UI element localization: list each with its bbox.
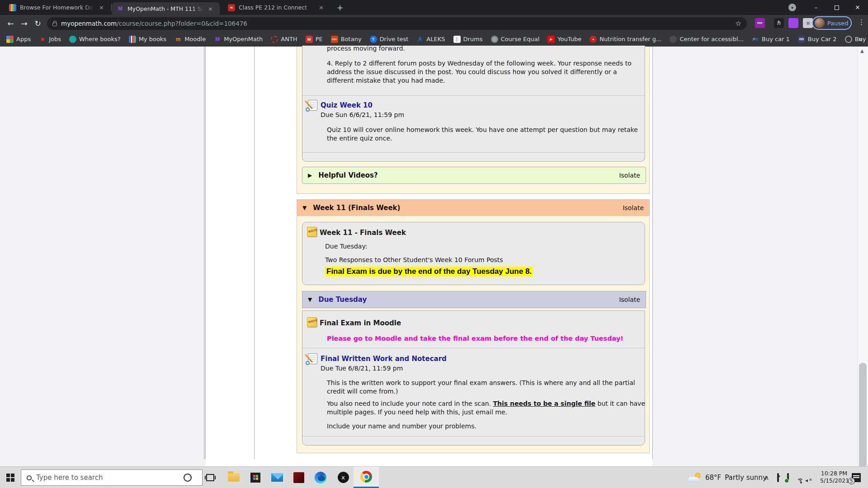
bookmark-course-equal[interactable]: Course Equal bbox=[491, 36, 540, 43]
single-file-emphasis: This needs to be a single file bbox=[493, 400, 596, 407]
expanded-arrow-icon[interactable]: ▼ bbox=[302, 205, 307, 211]
moodle-exam-message: Please go to Moodle and take the final e… bbox=[327, 335, 623, 342]
tab-search-icon[interactable]: ▾ bbox=[788, 4, 796, 11]
red-app-button[interactable] bbox=[288, 467, 309, 488]
avatar bbox=[815, 18, 825, 28]
bookmark-buy-car-2[interactable]: GDBuy Car 2 bbox=[798, 36, 837, 43]
scroll-up-icon[interactable]: ▲ bbox=[860, 48, 864, 53]
bookmarks-overflow-icon[interactable]: » bbox=[859, 32, 863, 47]
chrome-taskbar-button[interactable] bbox=[354, 467, 379, 488]
bookmark-label: ANTH bbox=[281, 36, 297, 42]
bookmark-aleks[interactable]: AALEKS bbox=[416, 36, 445, 43]
bookmark-accessibility[interactable]: Center for accessibl... bbox=[670, 36, 744, 43]
address-bar[interactable]: myopenmath.com/course/course.php?folder=… bbox=[47, 17, 747, 30]
maximize-button[interactable] bbox=[826, 0, 847, 15]
search-input[interactable] bbox=[36, 474, 181, 482]
isolate-link[interactable]: Isolate bbox=[619, 296, 640, 303]
edge-button[interactable] bbox=[310, 467, 331, 488]
h-extension-icon[interactable]: ℏ bbox=[774, 18, 784, 28]
note-icon: NOTE bbox=[307, 317, 317, 327]
bookmark-myopenmath[interactable]: MMyOpenMath bbox=[214, 36, 263, 43]
meet-now-icon[interactable] bbox=[777, 474, 779, 481]
xbox-button[interactable]: x bbox=[333, 467, 354, 488]
bookmark-label: My books bbox=[139, 36, 167, 42]
bookmark-pe[interactable]: MPE bbox=[306, 36, 323, 43]
expanded-arrow-icon[interactable]: ▼ bbox=[308, 296, 312, 303]
file-explorer-button[interactable] bbox=[223, 467, 244, 488]
new-tab-button[interactable]: + bbox=[335, 2, 345, 13]
clock[interactable]: 10:28 PM 5/15/2021 bbox=[820, 467, 848, 488]
tray-chevron-icon[interactable]: ∧ bbox=[764, 474, 769, 481]
isolate-link[interactable]: Isolate bbox=[623, 204, 644, 211]
pdf-extension-icon[interactable]: PDF bbox=[755, 18, 765, 28]
notification-badge: 5 bbox=[848, 478, 855, 484]
bookmark-youtube[interactable]: ▶YouTube bbox=[547, 36, 581, 43]
notification-center-button[interactable]: 5 bbox=[852, 467, 861, 488]
url-path: /course/course.php?folder=0&cid=106476 bbox=[117, 20, 247, 27]
red-circle-icon: ● bbox=[590, 36, 597, 43]
bookmark-where-books[interactable]: Where books? bbox=[69, 36, 121, 43]
isolate-link[interactable]: Isolate bbox=[619, 172, 640, 179]
forward-button[interactable]: → bbox=[18, 17, 30, 29]
close-window-button[interactable]: ✕ bbox=[847, 0, 868, 15]
bookmark-buy-car-3[interactable]: Buy car 3 bbox=[845, 36, 868, 43]
search-icon bbox=[27, 475, 32, 480]
final-exam-highlight: Final Exam is due by the end of the day … bbox=[325, 267, 533, 277]
bookmark-drums[interactable]: ⋮Drums bbox=[453, 36, 483, 43]
bookmark-botany[interactable]: OSUBotany bbox=[331, 36, 362, 43]
bookmark-anth[interactable]: ANTH bbox=[271, 36, 297, 43]
bookmark-moodle[interactable]: mMoodle bbox=[175, 36, 206, 43]
mail-button[interactable] bbox=[267, 467, 288, 488]
microsoft-store-button[interactable] bbox=[245, 467, 266, 488]
bookmark-jobs[interactable]: ★Jobs bbox=[39, 36, 61, 43]
tab-homework[interactable]: Browse For Homework Do My H × bbox=[5, 0, 109, 15]
youtube-play-icon: ▶ bbox=[547, 36, 555, 43]
lock-icon[interactable] bbox=[52, 23, 57, 26]
week11-header[interactable]: ▼ Week 11 (Finals Week) Isolate bbox=[297, 200, 649, 216]
bookmark-label: Drums bbox=[463, 36, 483, 42]
responses-line: Two Responses to Other Student's Week 10… bbox=[325, 256, 503, 264]
purple-extension-icon[interactable] bbox=[788, 18, 798, 28]
item-separator bbox=[302, 348, 645, 348]
taskbar-search[interactable] bbox=[21, 469, 203, 486]
battery-status-icon[interactable] bbox=[787, 474, 789, 481]
collapsed-arrow-icon[interactable]: ▶ bbox=[308, 172, 312, 178]
tab-connect[interactable]: PE Class PE 212 in Connect × bbox=[223, 0, 329, 15]
bookmark-my-books[interactable]: My books bbox=[129, 36, 167, 43]
profile-button[interactable]: Paused bbox=[812, 16, 852, 30]
notification-icon: 5 bbox=[852, 473, 861, 482]
helpful-videos-header[interactable]: ▶ Helpful Videos? Isolate bbox=[302, 167, 646, 184]
close-tab-icon[interactable]: × bbox=[207, 5, 214, 12]
tab-title: Class PE 212 in Connect bbox=[239, 4, 314, 11]
close-tab-icon[interactable]: × bbox=[318, 4, 325, 11]
close-tab-icon[interactable]: × bbox=[98, 4, 105, 11]
weather-widget[interactable]: 68°F Partly sunny bbox=[688, 467, 767, 488]
bookmark-apps[interactable]: Apps bbox=[6, 36, 31, 43]
reload-button[interactable]: ↻ bbox=[32, 17, 44, 29]
bookmark-buy-car-1[interactable]: PSBuy car 1 bbox=[752, 36, 790, 43]
bookmark-label: PE bbox=[316, 36, 323, 42]
chrome-menu-icon[interactable]: ⋮ bbox=[858, 18, 865, 26]
bookmark-label: Botany bbox=[341, 36, 362, 42]
maximize-icon bbox=[835, 5, 839, 10]
store-icon bbox=[250, 473, 260, 483]
bookmark-star-icon[interactable]: ☆ bbox=[736, 19, 741, 28]
start-button[interactable] bbox=[0, 467, 21, 488]
back-button[interactable]: ← bbox=[5, 17, 17, 29]
bookmark-label: Apps bbox=[16, 36, 31, 42]
bookmark-drive-test[interactable]: TDrive test bbox=[370, 36, 409, 43]
cortana-button[interactable] bbox=[177, 467, 198, 488]
task-view-button[interactable] bbox=[200, 467, 221, 488]
due-tuesday-header[interactable]: ▼ Due Tuesday Isolate bbox=[302, 291, 646, 308]
minimize-button[interactable]: – bbox=[806, 0, 826, 15]
bookmark-label: Jobs bbox=[49, 36, 61, 42]
quiz-week10-link[interactable]: Quiz Week 10 bbox=[321, 101, 373, 109]
teal-circle-icon bbox=[69, 36, 76, 43]
bookmark-nutrition[interactable]: ●Nutrition transfer g... bbox=[590, 36, 661, 43]
extensions-puzzle-icon[interactable] bbox=[803, 18, 813, 28]
dark-globe-icon bbox=[670, 36, 677, 43]
tab-myopenmath-active[interactable]: M MyOpenMath - MTH 111 Spring × bbox=[112, 2, 220, 15]
final-written-work-link[interactable]: Final Written Work and Notecard bbox=[321, 355, 447, 363]
due-tuesday-items-box: NOTE Final Exam in Moodle Please go to M… bbox=[302, 310, 645, 446]
helpful-videos-label: Helpful Videos? bbox=[318, 171, 378, 179]
